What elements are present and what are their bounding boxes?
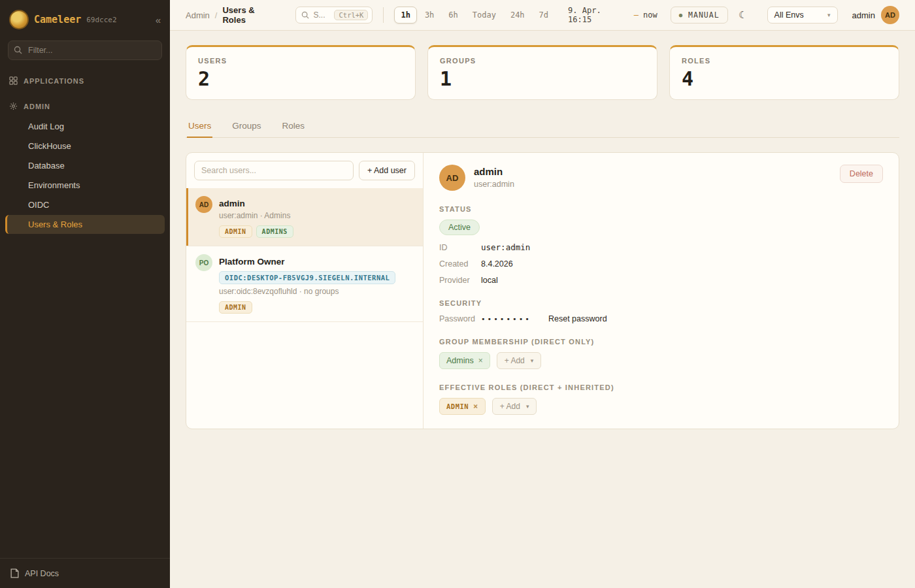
search-icon: [301, 11, 309, 19]
remove-role-icon[interactable]: ×: [473, 402, 478, 411]
field-provider-label: Provider: [439, 276, 481, 285]
security-section-heading: SECURITY: [439, 299, 883, 307]
user-item-subtitle: user:admin · Admins: [219, 211, 414, 220]
sidebar-filter-input[interactable]: [8, 41, 162, 60]
group-membership-heading: GROUP MEMBERSHIP (DIRECT ONLY): [439, 338, 883, 346]
group-membership-chips: Admins × + Add ▾: [439, 352, 883, 369]
user-item-body: admin user:admin · Admins ADMIN ADMINS: [219, 196, 414, 238]
status-section-heading: STATUS: [439, 205, 883, 213]
add-user-button[interactable]: + Add user: [359, 161, 415, 180]
role-badge: ADMIN: [219, 301, 252, 314]
time-range-3h[interactable]: 3h: [418, 7, 441, 24]
api-docs-link[interactable]: API Docs: [0, 558, 170, 588]
sidebar-item-clickhouse[interactable]: ClickHouse: [5, 137, 165, 155]
user-item-body: Platform Owner OIDC:DESKTOP-FB5VGJ9.SIEG…: [219, 254, 414, 314]
theme-toggle-button[interactable]: ☾: [733, 5, 753, 25]
stat-card-roles: ROLES 4: [669, 45, 899, 100]
stat-roles-label: ROLES: [682, 57, 887, 65]
time-range-24h[interactable]: 24h: [504, 7, 531, 24]
add-role-button[interactable]: + Add ▾: [492, 398, 537, 415]
global-search[interactable]: Ctrl+K: [295, 7, 373, 24]
user-item-name: Platform Owner: [219, 254, 414, 267]
field-id-label: ID: [439, 243, 481, 252]
user-list-header: + Add user: [186, 153, 423, 188]
stat-card-users: USERS 2: [186, 45, 416, 100]
time-range-group: 1h 3h 6h Today 24h 7d: [394, 7, 555, 24]
user-list-column: + Add user AD admin user:admin · Admins …: [186, 153, 424, 429]
group-chip-admins: Admins ×: [439, 352, 490, 369]
sidebar-item-environments[interactable]: Environments: [5, 176, 165, 195]
sidebar-item-audit-log[interactable]: Audit Log: [5, 117, 165, 136]
sidebar-item-oidc[interactable]: OIDC: [5, 195, 165, 214]
chevron-down-icon: ▾: [526, 403, 529, 410]
app-title: Cameleer: [34, 14, 81, 25]
time-range-1h[interactable]: 1h: [394, 7, 416, 24]
delete-user-button[interactable]: Delete: [840, 165, 883, 183]
user-item-subtitle: user:oidc:8evzqofluhld · no groups: [219, 287, 414, 296]
tab-bar: Users Groups Roles: [186, 114, 899, 138]
stat-card-groups: GROUPS 1: [427, 45, 657, 100]
tab-users[interactable]: Users: [187, 114, 212, 138]
collapse-sidebar-icon[interactable]: «: [156, 14, 161, 25]
tab-groups[interactable]: Groups: [231, 114, 262, 138]
reset-password-link[interactable]: Reset password: [548, 314, 607, 323]
password-row: Password •••••••• Reset password: [439, 314, 883, 323]
field-created-label: Created: [439, 259, 481, 269]
build-version: 69dcce2: [86, 16, 116, 24]
header-divider: [383, 7, 384, 23]
applications-section-label: APPLICATIONS: [24, 77, 84, 85]
stat-users-label: USERS: [198, 57, 403, 65]
environment-select[interactable]: All Envs ▾: [767, 7, 838, 24]
stat-groups-value: 1: [440, 67, 645, 90]
breadcrumb-separator: /: [215, 10, 218, 20]
effective-roles-chips: ADMIN × + Add ▾: [439, 398, 883, 415]
stat-users-value: 2: [198, 67, 403, 90]
stat-groups-label: GROUPS: [440, 57, 645, 65]
admin-section-header[interactable]: ADMIN: [0, 96, 170, 116]
add-group-label: + Add: [505, 356, 525, 365]
field-provider-value: local: [481, 276, 498, 285]
time-range-display: 9. Apr. 16:15 — now: [568, 6, 657, 24]
time-range-start: 9. Apr. 16:15: [568, 6, 629, 24]
password-label: Password: [439, 314, 481, 323]
global-search-input[interactable]: [313, 10, 330, 20]
search-shortcut-kbd: Ctrl+K: [334, 10, 368, 20]
effective-roles-heading: EFFECTIVE ROLES (DIRECT + INHERITED): [439, 384, 883, 391]
time-range-7d[interactable]: 7d: [533, 7, 555, 24]
breadcrumb-current: Users & Roles: [222, 5, 280, 25]
search-users-input[interactable]: [194, 161, 354, 180]
user-detail-name: admin: [474, 165, 514, 177]
top-bar: Admin / Users & Roles Ctrl+K 1h 3h 6h To…: [170, 0, 915, 31]
time-range-6h[interactable]: 6h: [442, 7, 464, 24]
refresh-mode-button[interactable]: ● MANUAL: [671, 7, 728, 24]
moon-icon: ☾: [739, 9, 747, 21]
user-list-item-platform-owner[interactable]: PO Platform Owner OIDC:DESKTOP-FB5VGJ9.S…: [186, 246, 423, 322]
oidc-provider-badge: OIDC:DESKTOP-FB5VGJ9.SIEGELN.INTERNAL: [219, 271, 395, 284]
user-avatar[interactable]: AD: [881, 6, 899, 24]
applications-section-header[interactable]: APPLICATIONS: [0, 71, 170, 91]
field-id: ID user:admin: [439, 242, 883, 252]
tab-roles[interactable]: Roles: [281, 114, 307, 138]
breadcrumb-admin[interactable]: Admin: [186, 10, 210, 20]
add-group-button[interactable]: + Add ▾: [497, 352, 542, 369]
current-username: admin: [852, 10, 875, 20]
document-icon: [10, 568, 19, 578]
sidebar-item-database[interactable]: Database: [5, 156, 165, 175]
avatar: AD: [195, 196, 212, 213]
user-detail: AD admin user:admin Delete STATUS Active…: [424, 153, 899, 429]
chevron-down-icon: ▾: [827, 12, 831, 18]
user-detail-id: user:admin: [474, 180, 514, 189]
time-range-dash: —: [634, 10, 639, 20]
user-detail-header: AD admin user:admin Delete: [439, 165, 883, 191]
role-chip-label: ADMIN: [446, 402, 469, 410]
api-docs-label: API Docs: [25, 569, 59, 578]
time-range-today[interactable]: Today: [466, 7, 503, 24]
user-list-item-admin[interactable]: AD admin user:admin · Admins ADMIN ADMIN…: [186, 188, 423, 246]
user-menu[interactable]: admin AD: [852, 6, 899, 24]
remove-group-icon[interactable]: ×: [478, 356, 483, 365]
password-mask: ••••••••: [481, 315, 531, 323]
sidebar-item-users-roles[interactable]: Users & Roles: [5, 215, 165, 234]
search-icon: [14, 46, 22, 54]
avatar: PO: [195, 254, 212, 271]
stats-row: USERS 2 GROUPS 1 ROLES 4: [186, 45, 899, 100]
